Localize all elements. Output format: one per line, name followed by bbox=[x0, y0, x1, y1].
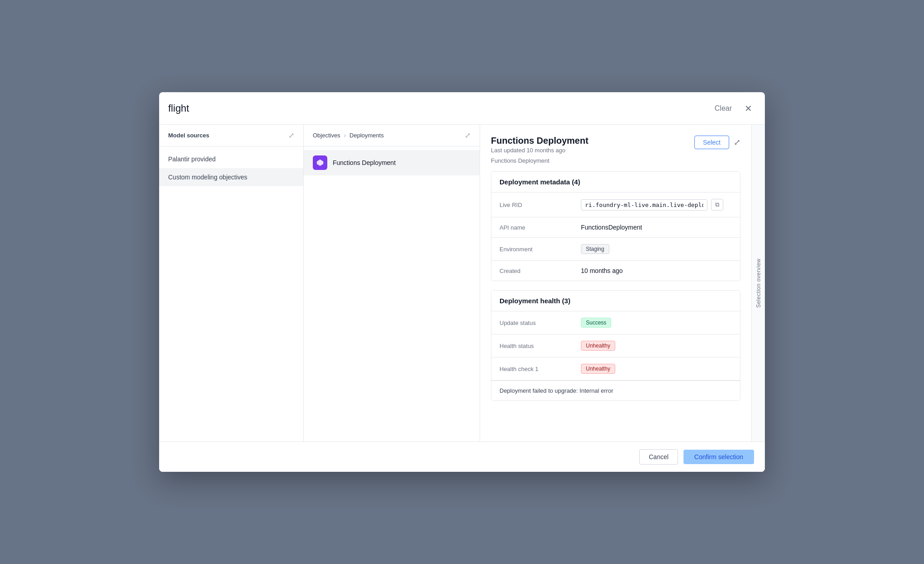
breadcrumb-part2: Deployments bbox=[349, 132, 384, 139]
metadata-key-rid: Live RID bbox=[500, 202, 572, 208]
breadcrumb: Objectives › Deployments bbox=[313, 132, 384, 139]
environment-badge: Staging bbox=[581, 244, 609, 254]
sidebar: Model sources ⤢ Palantir provided Custom… bbox=[159, 125, 304, 442]
breadcrumb-separator: › bbox=[344, 132, 346, 139]
list-item-functions-deployment[interactable]: Functions Deployment bbox=[304, 150, 480, 175]
metadata-value-created: 10 months ago bbox=[581, 267, 623, 274]
detail-section-label: Functions Deployment bbox=[491, 157, 740, 164]
expand-middle-icon[interactable]: ⤢ bbox=[465, 131, 471, 140]
sidebar-item-custom[interactable]: Custom modeling objectives bbox=[159, 168, 303, 186]
cancel-button[interactable]: Cancel bbox=[639, 449, 678, 465]
copy-rid-button[interactable]: ⧉ bbox=[711, 199, 723, 211]
health-key-check1: Health check 1 bbox=[500, 366, 572, 372]
sidebar-items: Palantir provided Custom modeling object… bbox=[159, 146, 303, 190]
select-button[interactable]: Select bbox=[694, 136, 729, 149]
middle-panel: Objectives › Deployments ⤢ Functions Dep… bbox=[304, 125, 480, 442]
right-detail-header: Functions Deployment Last updated 10 mon… bbox=[491, 136, 740, 154]
health-key-health: Health status bbox=[500, 343, 572, 349]
selection-overview-sidebar[interactable]: Selection overview bbox=[751, 125, 765, 442]
confirm-selection-button[interactable]: Confirm selection bbox=[684, 450, 754, 464]
metadata-row-created: Created 10 months ago bbox=[491, 261, 740, 281]
metadata-key-api: API name bbox=[500, 224, 572, 231]
metadata-card-header: Deployment metadata (4) bbox=[491, 172, 740, 193]
right-title-area: Functions Deployment Last updated 10 mon… bbox=[491, 136, 589, 154]
health-value-health: Unhealthy bbox=[581, 341, 615, 351]
close-button[interactable]: ✕ bbox=[741, 101, 756, 116]
breadcrumb-part1: Objectives bbox=[313, 132, 340, 139]
metadata-key-env: Environment bbox=[500, 246, 572, 253]
detail-title: Functions Deployment bbox=[491, 136, 589, 146]
deployment-icon bbox=[313, 155, 327, 170]
modal-footer: Cancel Confirm selection bbox=[159, 442, 765, 472]
metadata-row-env: Environment Staging bbox=[491, 238, 740, 261]
modal-overlay: Clear ✕ Model sources ⤢ Palantir provide… bbox=[0, 0, 924, 564]
modal-body: Model sources ⤢ Palantir provided Custom… bbox=[159, 125, 765, 442]
health-key-update: Update status bbox=[500, 320, 572, 326]
sidebar-item-palantir[interactable]: Palantir provided bbox=[159, 150, 303, 168]
health-value-update: Success bbox=[581, 318, 611, 328]
health-check1-badge: Unhealthy bbox=[581, 364, 615, 374]
svg-marker-0 bbox=[317, 160, 323, 166]
metadata-row-api: API name FunctionsDeployment bbox=[491, 217, 740, 238]
selection-overview-label: Selection overview bbox=[755, 258, 762, 308]
error-text: Deployment failed to upgrade: Internal e… bbox=[491, 381, 740, 400]
modal: Clear ✕ Model sources ⤢ Palantir provide… bbox=[159, 92, 765, 472]
right-panel: Functions Deployment Last updated 10 mon… bbox=[480, 125, 751, 442]
metadata-key-created: Created bbox=[500, 268, 572, 274]
modal-header: Clear ✕ bbox=[159, 92, 765, 125]
health-row-health: Health status Unhealthy bbox=[491, 334, 740, 357]
expand-sidebar-icon[interactable]: ⤢ bbox=[288, 131, 294, 140]
middle-items: Functions Deployment bbox=[304, 146, 480, 179]
deployment-item-label: Functions Deployment bbox=[333, 159, 396, 166]
detail-subtitle: Last updated 10 months ago bbox=[491, 147, 589, 154]
search-input[interactable] bbox=[168, 103, 706, 114]
update-status-badge: Success bbox=[581, 318, 611, 328]
expand-detail-icon[interactable]: ⤢ bbox=[734, 137, 740, 147]
metadata-value-rid: ⧉ bbox=[581, 199, 723, 211]
metadata-row-rid: Live RID ⧉ bbox=[491, 193, 740, 217]
metadata-value-env: Staging bbox=[581, 244, 609, 254]
sidebar-header: Model sources ⤢ bbox=[159, 125, 303, 146]
rid-input[interactable] bbox=[581, 199, 707, 211]
metadata-card: Deployment metadata (4) Live RID ⧉ API n… bbox=[491, 171, 740, 281]
health-value-check1: Unhealthy bbox=[581, 364, 615, 374]
middle-header: Objectives › Deployments ⤢ bbox=[304, 125, 480, 146]
health-row-update: Update status Success bbox=[491, 311, 740, 334]
health-status-badge: Unhealthy bbox=[581, 341, 615, 351]
clear-button[interactable]: Clear bbox=[711, 103, 735, 114]
right-header-actions: Select ⤢ bbox=[694, 136, 740, 149]
sidebar-title: Model sources bbox=[168, 132, 209, 139]
health-card: Deployment health (3) Update status Succ… bbox=[491, 290, 740, 401]
health-card-header: Deployment health (3) bbox=[491, 291, 740, 311]
metadata-value-api: FunctionsDeployment bbox=[581, 224, 642, 231]
health-row-check1: Health check 1 Unhealthy bbox=[491, 357, 740, 381]
